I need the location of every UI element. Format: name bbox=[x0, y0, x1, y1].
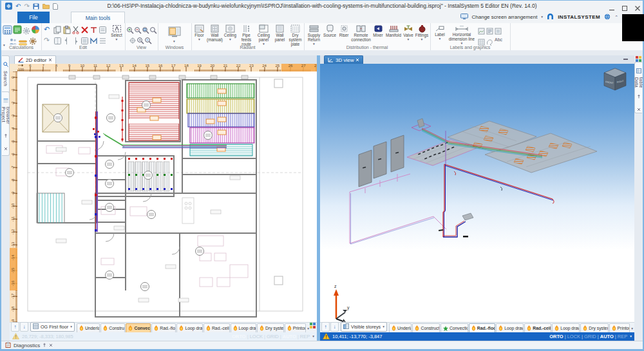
label-button[interactable]: Label▾ bbox=[433, 24, 447, 41]
sheet-tab-radfloo[interactable]: Rad.-floo... bbox=[469, 323, 496, 332]
sheet-tab-printout[interactable]: Printout bbox=[609, 323, 630, 332]
radiant-wall-manual-button[interactable]: Wall (manual) bbox=[207, 24, 223, 43]
mode-lock[interactable]: LOCK bbox=[567, 334, 580, 339]
2d-plan-drawing[interactable] bbox=[17, 71, 317, 322]
minimize-pane-icon[interactable] bbox=[623, 59, 628, 60]
tab-file[interactable]: File bbox=[17, 12, 50, 23]
cut-icon[interactable] bbox=[71, 25, 80, 37]
undo-icon[interactable]: ↶ bbox=[44, 25, 50, 33]
sheet-tab-loopdraw[interactable]: Loop draw... bbox=[552, 323, 580, 332]
warning-icon[interactable] bbox=[323, 333, 330, 341]
riser-button[interactable]: Riser bbox=[337, 24, 351, 38]
mixer-button[interactable]: Mixer bbox=[371, 24, 385, 38]
tab-main-tools[interactable]: Main tools bbox=[71, 12, 125, 24]
sheet-tab-convectio[interactable]: Convectio... bbox=[440, 323, 468, 332]
raise-icon[interactable] bbox=[99, 25, 107, 37]
close-icon[interactable] bbox=[4, 142, 8, 153]
delete-icon[interactable] bbox=[80, 25, 89, 37]
warning-icon[interactable] bbox=[12, 333, 19, 341]
tab-3d-view[interactable]: 3D view bbox=[324, 55, 363, 64]
pin-icon[interactable] bbox=[4, 129, 8, 140]
sheet-tab-loopdra[interactable]: Loop dra... bbox=[176, 323, 203, 332]
status-options-icon[interactable]: ▾ bbox=[630, 335, 632, 339]
radiant-ceiling-button[interactable]: Ceiling▾ bbox=[223, 24, 238, 41]
sheet-tab-overflow[interactable]: ▾ bbox=[631, 327, 633, 331]
manifold-button[interactable]: Manifold bbox=[385, 24, 402, 38]
valve-button[interactable]: Valve▾ bbox=[402, 24, 415, 41]
worksheet-manager-icon[interactable] bbox=[310, 319, 316, 331]
collapse-ribbon-icon[interactable]: ⌃ bbox=[614, 15, 618, 20]
mode-grid[interactable]: GRID bbox=[584, 334, 596, 339]
sheet-tab-radceil[interactable]: Rad.-ceil... bbox=[204, 323, 230, 332]
sheet-tab-loopdraw[interactable]: Loop draw... bbox=[496, 323, 524, 332]
worksheet-up-button[interactable]: ↑ bbox=[11, 322, 19, 332]
sidebar-tab-search[interactable]: Search bbox=[2, 55, 10, 94]
picture-icon[interactable] bbox=[478, 26, 485, 37]
change-screen-arrangement[interactable]: Change screen arrangement bbox=[472, 14, 538, 20]
close-icon[interactable] bbox=[637, 102, 641, 114]
legend-icon[interactable] bbox=[486, 26, 493, 37]
pipe-feeds-route-button[interactable]: Pipe feeds route bbox=[238, 24, 255, 46]
supply-return-button[interactable]: Supply Return▾ bbox=[305, 24, 323, 46]
copy-icon[interactable] bbox=[53, 25, 62, 37]
sheet-tab-radceili[interactable]: Rad.-ceili... bbox=[524, 323, 551, 332]
results-sheet-icon[interactable] bbox=[13, 25, 22, 37]
sheet-tab-drysystems[interactable]: Dry systems bbox=[580, 323, 608, 332]
chevron-down-icon[interactable]: ▾ bbox=[541, 15, 543, 19]
windows-layout-icon[interactable] bbox=[168, 26, 181, 40]
mode-orto[interactable]: ORTO bbox=[232, 334, 246, 339]
fittings-button[interactable]: Fittings▾ bbox=[415, 24, 429, 41]
sheet-tab-constructi[interactable]: Constructi... bbox=[412, 323, 439, 332]
status-options-icon[interactable]: ▾ bbox=[312, 335, 314, 339]
mode-rep[interactable]: REP bbox=[300, 334, 310, 339]
ceiling-panel-button[interactable]: Ceiling panel▾ bbox=[255, 24, 272, 46]
pinwheel-icon[interactable] bbox=[31, 25, 40, 37]
sheet-tab-loopdra[interactable]: Loop dra... bbox=[231, 323, 257, 332]
paste-icon[interactable] bbox=[62, 25, 71, 37]
sheet-tab-radflo[interactable]: Rad.-flo... bbox=[151, 323, 176, 332]
sheet-tab-underlay[interactable]: Underlay bbox=[389, 323, 412, 332]
mode-grid[interactable]: GRID bbox=[267, 334, 279, 339]
sheet-tab-printout[interactable]: Printout bbox=[285, 323, 306, 332]
wall-panel-button[interactable]: Wall panel bbox=[272, 24, 287, 43]
sheet-tab-underlay[interactable]: Underlay bbox=[77, 323, 100, 332]
redo-icon[interactable]: ↷ bbox=[44, 36, 50, 44]
stamp-icon[interactable] bbox=[495, 26, 502, 37]
diagnostics-label[interactable]: Diagnostics bbox=[14, 343, 40, 348]
worksheet-up-button[interactable]: ↑ bbox=[321, 322, 330, 332]
worksheet-down-button[interactable]: ↓ bbox=[20, 322, 28, 332]
pin-icon[interactable] bbox=[43, 343, 46, 348]
remote-connection-button[interactable]: Remote connection bbox=[351, 24, 371, 43]
worksheet-down-button[interactable]: ↓ bbox=[330, 322, 339, 332]
close-icon[interactable] bbox=[48, 57, 52, 63]
mode-auto[interactable]: AUTO bbox=[283, 334, 296, 339]
help-globe-icon[interactable] bbox=[604, 14, 611, 21]
horizontal-dimension-line-button[interactable]: Horizontal dimension line▾ bbox=[447, 24, 477, 45]
mode-orto[interactable]: ORTO bbox=[549, 334, 564, 339]
pin-icon[interactable] bbox=[637, 90, 641, 101]
view-cube[interactable]: FRONT RIGHT bbox=[604, 68, 626, 90]
mode-auto[interactable]: AUTO bbox=[600, 334, 614, 339]
mode-lock[interactable]: LOCK bbox=[250, 334, 263, 339]
visible-storeys-selector[interactable]: Visible storeys ▾ bbox=[341, 322, 387, 332]
mode-rep[interactable]: REP bbox=[618, 334, 627, 339]
sheet-tab-constru[interactable]: Constru... bbox=[100, 323, 125, 332]
insert-node-icon[interactable] bbox=[90, 25, 98, 37]
storey-selector[interactable]: OG First floor ▾ bbox=[30, 322, 75, 332]
sidebar-tab-project-browser[interactable]: Project browser bbox=[2, 91, 10, 156]
close-icon[interactable] bbox=[49, 343, 53, 348]
3d-scene-drawing[interactable]: z y x FRONT RIGHT bbox=[320, 64, 634, 322]
source-button[interactable]: Source bbox=[323, 24, 337, 38]
windows-more-icon[interactable]: ▾ bbox=[173, 40, 175, 44]
sidebar-tab-data-table[interactable]: Data table bbox=[634, 62, 642, 113]
dry-system-plate-button[interactable]: Dry system plate bbox=[287, 24, 303, 46]
radiant-floor-button[interactable]: Floor▾ bbox=[192, 24, 207, 41]
sheet-tab-drysyste[interactable]: Dry syste... bbox=[257, 323, 284, 332]
text-abc-button[interactable]: Abc bbox=[495, 37, 502, 42]
select-button[interactable]: Select ▾ bbox=[108, 24, 125, 41]
close-icon[interactable] bbox=[355, 57, 359, 63]
tab-2d-editor[interactable]: 2D editor bbox=[14, 55, 56, 64]
3d-viewport[interactable]: z y x FRONT RIGHT bbox=[320, 64, 634, 322]
sheet-tab-overflow[interactable]: ▾ bbox=[307, 327, 309, 331]
sheet-tab-convec[interactable]: Convec... bbox=[126, 323, 151, 332]
